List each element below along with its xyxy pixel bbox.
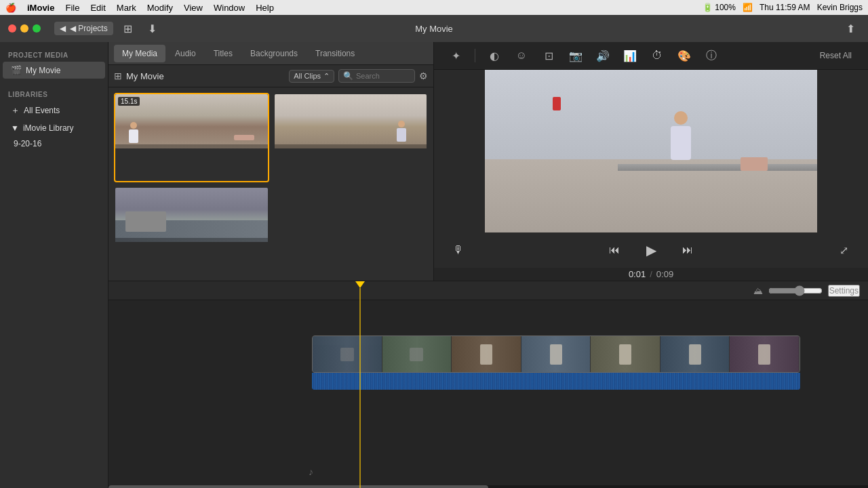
app-name[interactable]: iMovie (27, 3, 54, 13)
fullscreen-preview-button[interactable]: ⤢ (833, 239, 854, 261)
zoom-slider[interactable] (768, 285, 823, 296)
preview-toolbar: ✦ ◐ ☺ ⊡ 📷 🔊 📊 ⏱ 🎨 ⓘ Reset All (434, 42, 868, 70)
video-scene (485, 70, 817, 232)
settings-label-button[interactable]: Settings (828, 285, 860, 297)
audio-button[interactable]: 🔊 (592, 45, 614, 66)
clip-image-3 (115, 188, 268, 242)
sidebar-item-imovie-library[interactable]: ▼ iMovie Library (3, 120, 105, 136)
clip-duration-1: 15.1s (118, 97, 140, 106)
music-icon-area: ♪ (309, 466, 313, 477)
music-note-icon: ♪ (309, 466, 313, 477)
media-title: My Movie (126, 71, 285, 81)
track-frame-5 (591, 336, 660, 372)
clip-thumb-2[interactable] (273, 93, 429, 182)
timeline-settings: ⛰ Settings (753, 285, 860, 297)
movie-icon: 🎬 (11, 65, 22, 75)
menu-mark[interactable]: Mark (117, 3, 136, 13)
playhead[interactable] (359, 281, 361, 488)
filter-dropdown[interactable]: All Clips ⌃ (289, 70, 334, 83)
info-button[interactable]: ⓘ (701, 45, 722, 66)
video-desk-object (741, 157, 768, 171)
video-track[interactable] (312, 336, 800, 373)
playback-controls: 🎙 ⏮ ▶ ⏭ ⤢ (434, 232, 868, 268)
media-settings-button[interactable]: ⚙ (419, 70, 428, 81)
sidebar-item-all-events[interactable]: ＋ All Events (3, 101, 105, 120)
library-view-button[interactable]: ⊞ (119, 19, 138, 38)
color-wheel-button[interactable]: 🎨 (673, 45, 695, 66)
clip-image-2 (275, 94, 427, 148)
import-button[interactable]: ⬇ (143, 19, 162, 38)
color-correct-button[interactable]: ◐ (484, 45, 505, 66)
library-name-label: iMovie Library (23, 123, 74, 133)
back-chevron-icon: ◀ (60, 24, 66, 33)
fullscreen-button[interactable] (33, 24, 41, 33)
minimize-button[interactable] (20, 24, 28, 33)
menu-modify[interactable]: Modify (147, 3, 173, 13)
skip-back-button[interactable]: ⏮ (604, 239, 625, 261)
toolbar-separator-1 (475, 49, 475, 62)
menu-file[interactable]: File (65, 3, 79, 13)
wand-icon-button[interactable]: ✦ (445, 45, 467, 66)
search-input[interactable] (356, 72, 410, 80)
skip-forward-button[interactable]: ⏭ (677, 239, 698, 261)
menu-help[interactable]: Help (256, 3, 274, 13)
menu-edit[interactable]: Edit (90, 3, 105, 13)
menu-view[interactable]: View (184, 3, 203, 13)
menu-window[interactable]: Window (214, 3, 245, 13)
track-frame-4 (521, 336, 591, 372)
reset-all-button[interactable]: Reset All (814, 48, 857, 63)
collapse-icon: ▼ (11, 123, 19, 133)
projects-button[interactable]: ◀ ◀ Projects (54, 22, 113, 35)
clip-thumb-1[interactable]: 15.1s (114, 93, 269, 182)
sidebar-subitem-date[interactable]: 9-20-16 (0, 136, 108, 151)
tab-transitions[interactable]: Transitions (307, 45, 363, 62)
camera-button[interactable]: 📷 (565, 45, 587, 66)
person-body (671, 126, 691, 160)
track-frame-3 (452, 336, 521, 372)
face-button[interactable]: ☺ (511, 45, 532, 66)
library-date-label: 9-20-16 (14, 139, 41, 148)
scrollbar-thumb[interactable] (108, 485, 488, 488)
video-person (660, 111, 701, 179)
speed-button[interactable]: ⏱ (646, 45, 668, 66)
grid-toggle-button[interactable]: ⊞ (114, 70, 122, 81)
filter-chevron-icon: ⌃ (323, 72, 330, 81)
sidebar-item-my-movie[interactable]: 🎬 My Movie (3, 62, 105, 79)
media-header: ⊞ My Movie All Clips ⌃ 🔍 ⚙ (108, 65, 433, 87)
clips-grid: 15.1s (108, 87, 433, 281)
total-time: 0:09 (656, 269, 673, 279)
traffic-lights (8, 24, 41, 33)
tab-backgrounds[interactable]: Backgrounds (242, 45, 306, 62)
apple-menu[interactable]: 🍎 (5, 3, 16, 13)
add-icon: ＋ (11, 104, 20, 117)
clip-thumb-3[interactable] (114, 186, 269, 276)
timeline-scrollbar[interactable] (108, 485, 868, 488)
title-bar-left: ◀ ◀ Projects ⊞ ⬇ (54, 19, 162, 38)
main-layout: PROJECT MEDIA 🎬 My Movie LIBRARIES ＋ All… (0, 42, 868, 488)
timecode-display: 0:01 / 0:09 (434, 268, 868, 281)
audio-waveform (312, 373, 800, 390)
window-title: My Movie (415, 24, 453, 34)
share-button[interactable]: ⬆ (841, 19, 860, 38)
chart-button[interactable]: 📊 (619, 45, 641, 66)
tab-audio[interactable]: Audio (167, 45, 204, 62)
tab-my-media[interactable]: My Media (114, 45, 165, 62)
microphone-button[interactable]: 🎙 (448, 239, 469, 261)
preview-panel: ✦ ◐ ☺ ⊡ 📷 🔊 📊 ⏱ 🎨 ⓘ Reset All (434, 42, 868, 281)
tab-titles[interactable]: Titles (205, 45, 241, 62)
title-bar-right: ⬆ (841, 19, 860, 38)
search-box: 🔍 (338, 69, 415, 83)
playhead-line (359, 288, 361, 488)
close-button[interactable] (8, 24, 16, 33)
play-pause-button[interactable]: ▶ (639, 238, 663, 262)
menu-wifi: 📶 (743, 3, 753, 12)
playhead-marker (355, 281, 365, 288)
track-frame-2 (382, 336, 452, 372)
zoom-out-icon: ⛰ (753, 285, 763, 296)
track-frame-1 (313, 336, 382, 372)
crop-button[interactable]: ⊡ (538, 45, 559, 66)
video-wall (485, 70, 817, 159)
menu-time: Thu 11:59 AM (760, 3, 810, 12)
time-separator: / (650, 269, 652, 279)
project-media-label: PROJECT MEDIA (0, 47, 108, 62)
